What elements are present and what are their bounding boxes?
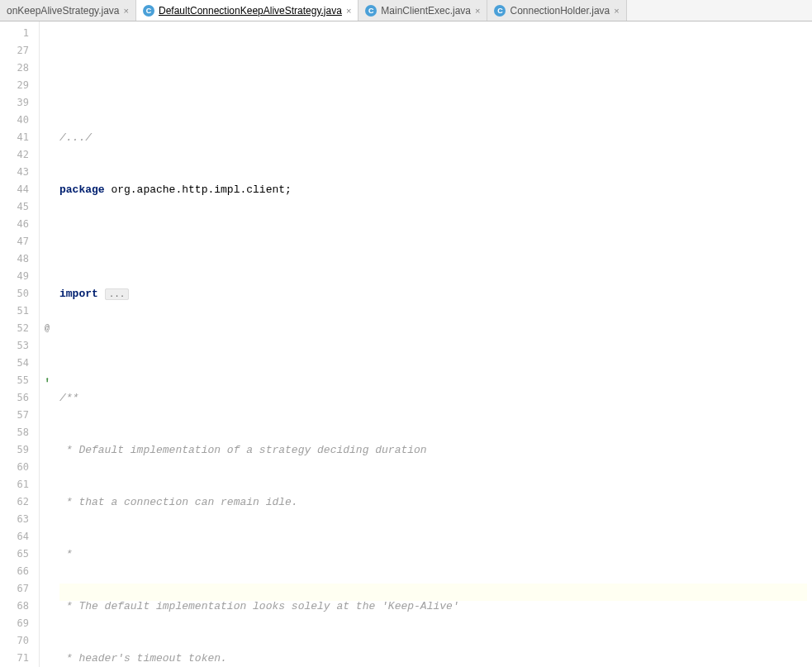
code-line: * header's timeout token. — [59, 650, 807, 667]
code-line: /.../ — [59, 129, 807, 146]
code-line: import ... — [59, 285, 807, 303]
editor-tabs: onKeepAliveStrategy.java × C DefaultConn… — [0, 0, 812, 21]
code-line: * The default implementation looks solel… — [59, 598, 807, 615]
code-area[interactable]: /.../ package org.apache.http.impl.clien… — [55, 21, 812, 667]
class-icon: C — [143, 5, 154, 17]
class-icon: C — [494, 5, 506, 17]
code-line — [59, 337, 807, 355]
tab-file-3[interactable]: C ConnectionHolder.java × — [487, 0, 626, 21]
marker-column: @⬆ — [40, 21, 55, 667]
close-icon[interactable]: × — [124, 6, 129, 16]
fold-placeholder[interactable]: ... — [105, 288, 130, 300]
close-icon[interactable]: × — [614, 6, 619, 16]
code-line: package org.apache.http.impl.client; — [59, 181, 807, 198]
close-icon[interactable]: × — [346, 6, 351, 16]
code-line: /** — [59, 389, 807, 407]
tab-label: DefaultConnectionKeepAliveStrategy.java — [159, 5, 342, 17]
tab-label: MainClientExec.java — [381, 5, 471, 17]
code-line — [59, 233, 807, 250]
class-icon: C — [365, 5, 377, 17]
close-icon[interactable]: × — [475, 6, 480, 16]
code-line: * — [59, 546, 807, 563]
tab-file-0[interactable]: onKeepAliveStrategy.java × — [0, 0, 136, 21]
tab-label: ConnectionHolder.java — [510, 5, 610, 17]
code-line: * that a connection can remain idle. — [59, 493, 807, 511]
tab-file-1[interactable]: C DefaultConnectionKeepAliveStrategy.jav… — [136, 0, 359, 21]
code-editor[interactable]: 1272829394041424344454647484950515253545… — [0, 21, 812, 667]
tab-file-2[interactable]: C MainClientExec.java × — [359, 0, 487, 21]
tab-label: onKeepAliveStrategy.java — [7, 5, 120, 17]
line-numbers: 1272829394041424344454647484950515253545… — [0, 21, 40, 667]
code-line: * Default implementation of a strategy d… — [59, 441, 807, 459]
